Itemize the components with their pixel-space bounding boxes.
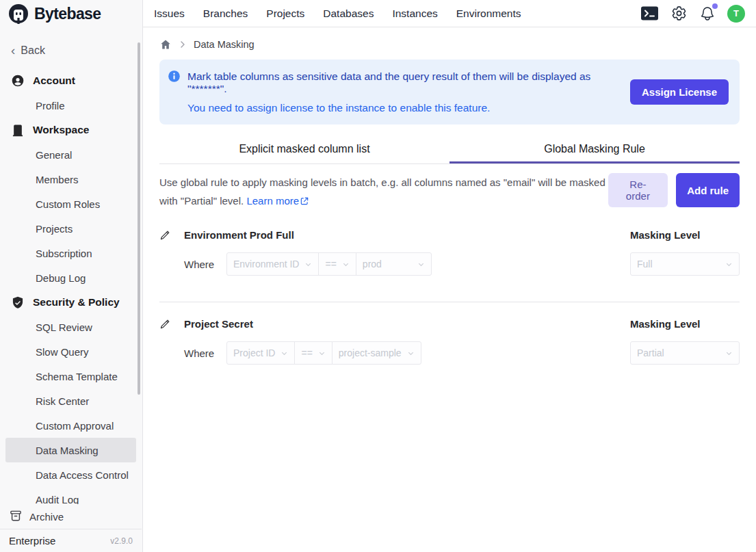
plan-label: Enterprise bbox=[9, 535, 55, 547]
sidebar-item-audit-log[interactable]: Audit Log bbox=[5, 487, 136, 505]
rule-list-header: Use global rule to apply masking levels … bbox=[159, 173, 740, 210]
sidebar-item-data-masking[interactable]: Data Masking bbox=[5, 438, 136, 462]
shield-check-icon bbox=[11, 295, 25, 309]
assign-license-button[interactable]: Assign License bbox=[630, 79, 729, 105]
sidebar-item-general[interactable]: General bbox=[5, 142, 136, 167]
brand-name: Bytebase bbox=[34, 5, 101, 23]
sql-editor-icon[interactable] bbox=[640, 5, 659, 21]
nav-item-instances[interactable]: Instances bbox=[392, 8, 437, 20]
banner-text: Mark table columns as sensitive data and… bbox=[187, 70, 623, 114]
sidebar-item-data-access-control[interactable]: Data Access Control bbox=[5, 462, 136, 487]
masking-rule-environment-prod-full: Environment Prod Full Masking Level Wher… bbox=[159, 229, 740, 276]
add-rule-button[interactable]: Add rule bbox=[676, 173, 740, 207]
bytebase-settings-page: Bytebase ‹ Back Account Profile Workspac… bbox=[0, 0, 756, 552]
banner-line1: Mark table columns as sensitive data and… bbox=[187, 70, 623, 95]
chevron-down-icon bbox=[342, 261, 350, 268]
sidebar-item-slow-query[interactable]: Slow Query bbox=[5, 339, 136, 364]
chevron-right-icon bbox=[179, 40, 187, 49]
chevron-down-icon bbox=[725, 350, 733, 357]
masking-level-label: Masking Level bbox=[630, 229, 740, 241]
nav-item-issues[interactable]: Issues bbox=[154, 8, 185, 20]
chevron-down-icon bbox=[304, 261, 312, 268]
nav-item-branches[interactable]: Branches bbox=[203, 8, 248, 20]
main-nav: Issues Branches Projects Databases Insta… bbox=[154, 8, 521, 20]
edit-rule-icon[interactable] bbox=[159, 318, 184, 330]
top-navigation-bar: Issues Branches Projects Databases Insta… bbox=[143, 0, 756, 27]
sidebar-item-profile[interactable]: Profile bbox=[5, 93, 136, 118]
learn-more-link[interactable]: Learn more bbox=[246, 195, 309, 207]
learn-more-label: Learn more bbox=[246, 195, 299, 207]
back-label: Back bbox=[21, 44, 45, 57]
rule-list-description: Use global rule to apply masking levels … bbox=[159, 173, 608, 210]
chevron-down-icon bbox=[281, 350, 288, 357]
chevron-down-icon bbox=[725, 261, 733, 268]
masking-rules-list: Environment Prod Full Masking Level Wher… bbox=[159, 229, 740, 365]
breadcrumb-current: Data Masking bbox=[194, 39, 255, 50]
sidebar-footer: Enterprise v2.9.0 bbox=[0, 529, 142, 552]
sidebar-item-members[interactable]: Members bbox=[5, 167, 136, 192]
archive-icon bbox=[9, 509, 23, 525]
sidebar-item-custom-approval[interactable]: Custom Approval bbox=[5, 413, 136, 438]
condition-value-select[interactable]: project-sample bbox=[332, 341, 421, 365]
where-label: Where bbox=[184, 347, 226, 359]
rule-condition: Where Project ID == project-sample bbox=[184, 341, 630, 365]
sidebar-scrollbar[interactable] bbox=[138, 42, 140, 395]
sidebar-item-debug-log[interactable]: Debug Log bbox=[5, 265, 136, 290]
section-label: Account bbox=[33, 75, 75, 87]
sidebar-section-workspace: Workspace bbox=[5, 118, 136, 142]
home-icon[interactable] bbox=[159, 38, 172, 51]
condition-operator-select[interactable]: == bbox=[318, 252, 356, 276]
edit-rule-icon[interactable] bbox=[159, 229, 184, 241]
condition-factor-select[interactable]: Environment ID bbox=[226, 252, 319, 276]
rule-condition: Where Environment ID == prod bbox=[184, 252, 630, 276]
sidebar-section-account: Account bbox=[5, 68, 136, 93]
sidebar-item-archive[interactable]: Archive bbox=[0, 504, 142, 529]
back-button[interactable]: ‹ Back bbox=[5, 41, 136, 60]
sidebar-item-sql-review[interactable]: SQL Review bbox=[5, 315, 136, 339]
main-content: Data Masking Mark table columns as sensi… bbox=[143, 27, 756, 552]
sidebar-item-subscription[interactable]: Subscription bbox=[5, 241, 136, 265]
notification-dot bbox=[712, 3, 718, 9]
condition-operator-select[interactable]: == bbox=[294, 341, 332, 365]
gear-icon[interactable] bbox=[670, 5, 688, 22]
sidebar-nav: ‹ Back Account Profile Workspace General… bbox=[0, 27, 142, 505]
banner-line2: You need to assign license to the instan… bbox=[187, 102, 623, 114]
reorder-button[interactable]: Re-order bbox=[608, 173, 668, 207]
sidebar-item-custom-roles[interactable]: Custom Roles bbox=[5, 192, 136, 216]
topbar-actions: T bbox=[640, 5, 745, 23]
masking-level-label: Masking Level bbox=[630, 318, 740, 330]
avatar[interactable]: T bbox=[727, 5, 745, 23]
bytebase-logo[interactable]: Bytebase bbox=[0, 0, 142, 27]
condition-group: Project ID == project-sample bbox=[226, 341, 421, 365]
rule-actions: Re-order Add rule bbox=[608, 173, 740, 207]
sidebar-item-risk-center[interactable]: Risk Center bbox=[5, 389, 136, 413]
condition-value-select[interactable]: prod bbox=[356, 252, 432, 276]
condition-factor-select[interactable]: Project ID bbox=[226, 341, 295, 365]
sidebar-item-projects[interactable]: Projects bbox=[5, 216, 136, 241]
bytebase-logo-icon bbox=[8, 3, 29, 24]
breadcrumb: Data Masking bbox=[159, 36, 740, 53]
section-label: Security & Policy bbox=[33, 296, 120, 308]
nav-item-environments[interactable]: Environments bbox=[456, 8, 521, 20]
condition-group: Environment ID == prod bbox=[226, 252, 432, 276]
masking-tabs: Explicit masked column list Global Maski… bbox=[159, 134, 740, 164]
masking-level-select[interactable]: Partial bbox=[630, 341, 740, 365]
rule-title: Environment Prod Full bbox=[184, 229, 630, 241]
sidebar-item-schema-template[interactable]: Schema Template bbox=[5, 364, 136, 389]
info-icon bbox=[168, 70, 181, 86]
chevron-left-icon: ‹ bbox=[11, 44, 15, 57]
sidebar-section-security-policy: Security & Policy bbox=[5, 290, 136, 315]
rule-title: Project Secret bbox=[184, 318, 630, 330]
nav-item-databases[interactable]: Databases bbox=[323, 8, 374, 20]
masking-level-select[interactable]: Full bbox=[630, 252, 740, 276]
tab-explicit-masked-column-list[interactable]: Explicit masked column list bbox=[159, 134, 449, 163]
where-label: Where bbox=[184, 259, 226, 270]
description-text: Use global rule to apply masking levels … bbox=[159, 176, 605, 207]
bell-icon[interactable] bbox=[699, 5, 716, 22]
nav-item-projects[interactable]: Projects bbox=[266, 8, 304, 20]
license-info-banner: Mark table columns as sensitive data and… bbox=[159, 60, 740, 124]
building-icon bbox=[11, 123, 25, 137]
external-link-icon bbox=[300, 196, 309, 206]
masking-rule-project-secret: Project Secret Masking Level Where Proje… bbox=[159, 302, 740, 365]
tab-global-masking-rule[interactable]: Global Masking Rule bbox=[449, 134, 740, 163]
